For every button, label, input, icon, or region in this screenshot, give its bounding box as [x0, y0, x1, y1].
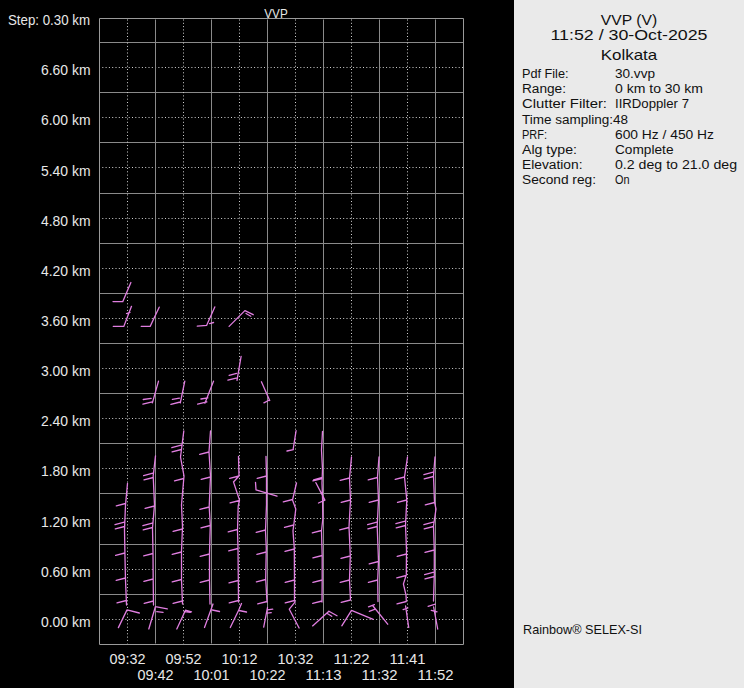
- svg-text:2.40 km: 2.40 km: [41, 413, 91, 429]
- svg-text:On: On: [615, 173, 630, 187]
- svg-text:600 Hz / 450 Hz: 600 Hz / 450 Hz: [615, 128, 714, 142]
- svg-text:6.60 km: 6.60 km: [41, 62, 91, 78]
- svg-text:Pdf File:: Pdf File:: [522, 67, 569, 81]
- svg-text:1.80 km: 1.80 km: [41, 463, 91, 479]
- svg-text:Range:: Range:: [522, 82, 566, 96]
- svg-text:Kolkata: Kolkata: [601, 46, 658, 63]
- svg-text:09:52: 09:52: [166, 651, 202, 667]
- svg-text:11:22: 11:22: [334, 651, 370, 667]
- svg-text:11:41: 11:41: [390, 651, 426, 667]
- svg-text:6.00 km: 6.00 km: [41, 112, 91, 128]
- svg-text:11:13: 11:13: [306, 667, 342, 683]
- svg-text:Complete: Complete: [615, 143, 674, 157]
- svg-text:10:22: 10:22: [250, 667, 286, 683]
- svg-text:3.60 km: 3.60 km: [41, 313, 91, 329]
- svg-text:10:01: 10:01: [194, 667, 230, 683]
- svg-text:0 km to 30 km: 0 km to 30 km: [615, 82, 703, 96]
- svg-text:VVP: VVP: [264, 6, 287, 21]
- svg-text:1.20 km: 1.20 km: [41, 514, 91, 530]
- svg-text:10:32: 10:32: [278, 651, 314, 667]
- svg-text:4.20 km: 4.20 km: [41, 263, 91, 279]
- svg-text:3.00 km: 3.00 km: [41, 363, 91, 379]
- svg-text:11:52 / 30-Oct-2025: 11:52 / 30-Oct-2025: [551, 26, 708, 43]
- svg-text:0.00 km: 0.00 km: [41, 614, 91, 630]
- svg-text:0.2 deg to 21.0 deg: 0.2 deg to 21.0 deg: [615, 158, 737, 172]
- svg-text:Step: 0.30 km: Step: 0.30 km: [8, 12, 90, 28]
- svg-text:Clutter Filter:: Clutter Filter:: [522, 97, 607, 111]
- svg-text:5.40 km: 5.40 km: [41, 163, 91, 179]
- svg-text:IIRDoppler 7: IIRDoppler 7: [615, 97, 689, 111]
- svg-text:Second reg:: Second reg:: [522, 173, 596, 187]
- svg-text:11:52: 11:52: [418, 667, 454, 683]
- svg-text:Time sampling:48: Time sampling:48: [522, 113, 628, 127]
- svg-text:09:32: 09:32: [110, 651, 146, 667]
- svg-text:09:42: 09:42: [138, 667, 174, 683]
- svg-text:Elevation:: Elevation:: [522, 158, 583, 172]
- svg-text:30.vvp: 30.vvp: [615, 67, 655, 81]
- svg-text:11:32: 11:32: [362, 667, 398, 683]
- svg-text:Rainbow® SELEX-SI: Rainbow® SELEX-SI: [523, 622, 642, 637]
- svg-text:PRF:: PRF:: [522, 128, 547, 142]
- svg-text:Alg type:: Alg type:: [522, 143, 577, 157]
- svg-text:10:12: 10:12: [222, 651, 258, 667]
- svg-text:4.80 km: 4.80 km: [41, 213, 91, 229]
- svg-text:0.60 km: 0.60 km: [41, 564, 91, 580]
